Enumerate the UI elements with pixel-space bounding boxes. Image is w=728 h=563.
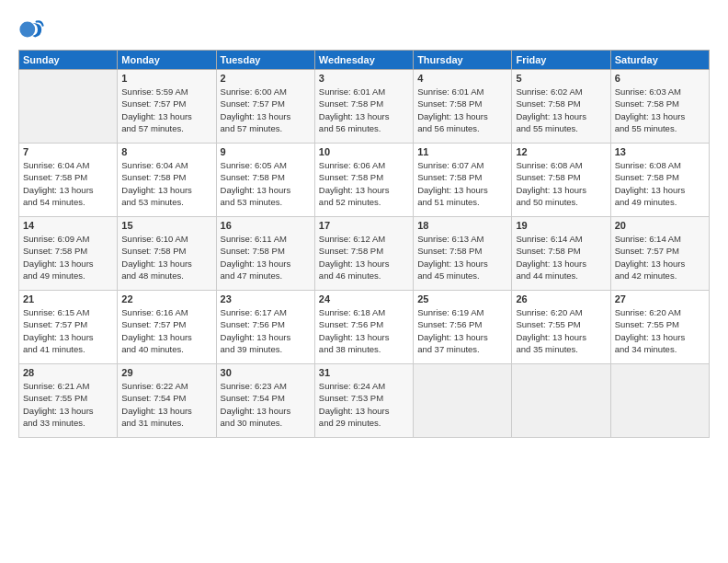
calendar-table: SundayMondayTuesdayWednesdayThursdayFrid… <box>18 50 710 438</box>
day-cell: 26Sunrise: 6:20 AM Sunset: 7:55 PM Dayli… <box>512 291 610 364</box>
day-info: Sunrise: 6:17 AM Sunset: 7:56 PM Dayligh… <box>221 306 311 355</box>
day-cell: 14Sunrise: 6:09 AM Sunset: 7:58 PM Dayli… <box>19 217 118 291</box>
day-info: Sunrise: 6:08 AM Sunset: 7:58 PM Dayligh… <box>615 159 705 208</box>
day-cell: 17Sunrise: 6:12 AM Sunset: 7:58 PM Dayli… <box>314 217 413 291</box>
day-info: Sunrise: 6:04 AM Sunset: 7:58 PM Dayligh… <box>23 159 113 208</box>
day-info: Sunrise: 6:09 AM Sunset: 7:58 PM Dayligh… <box>23 233 113 282</box>
svg-point-0 <box>19 22 35 38</box>
day-cell: 7Sunrise: 6:04 AM Sunset: 7:58 PM Daylig… <box>19 144 118 217</box>
calendar-page: SundayMondayTuesdayWednesdayThursdayFrid… <box>0 0 728 563</box>
week-row-3: 21Sunrise: 6:15 AM Sunset: 7:57 PM Dayli… <box>19 291 710 364</box>
header-cell-friday: Friday <box>512 51 610 70</box>
day-cell: 24Sunrise: 6:18 AM Sunset: 7:56 PM Dayli… <box>314 291 413 364</box>
day-cell: 23Sunrise: 6:17 AM Sunset: 7:56 PM Dayli… <box>216 291 314 364</box>
day-cell: 5Sunrise: 6:02 AM Sunset: 7:58 PM Daylig… <box>512 70 610 144</box>
day-number: 15 <box>121 220 211 231</box>
day-number: 2 <box>221 73 311 84</box>
day-info: Sunrise: 6:05 AM Sunset: 7:58 PM Dayligh… <box>221 159 311 208</box>
day-cell: 28Sunrise: 6:21 AM Sunset: 7:55 PM Dayli… <box>19 364 118 438</box>
day-number: 3 <box>319 73 409 84</box>
day-cell: 2Sunrise: 6:00 AM Sunset: 7:57 PM Daylig… <box>216 70 314 144</box>
day-number: 27 <box>615 293 705 304</box>
day-number: 5 <box>516 73 606 84</box>
day-info: Sunrise: 6:01 AM Sunset: 7:58 PM Dayligh… <box>319 86 409 134</box>
day-number: 30 <box>221 367 311 378</box>
day-cell <box>512 364 610 438</box>
day-number: 16 <box>221 220 311 231</box>
week-row-4: 28Sunrise: 6:21 AM Sunset: 7:55 PM Dayli… <box>19 364 710 438</box>
day-number: 11 <box>417 146 507 157</box>
day-info: Sunrise: 6:07 AM Sunset: 7:58 PM Dayligh… <box>417 159 507 208</box>
day-number: 14 <box>23 220 113 231</box>
day-number: 17 <box>319 220 409 231</box>
day-number: 9 <box>221 146 311 157</box>
day-number: 23 <box>221 293 311 304</box>
day-number: 26 <box>516 293 606 304</box>
day-number: 13 <box>615 146 705 157</box>
header <box>18 17 710 42</box>
day-info: Sunrise: 6:03 AM Sunset: 7:58 PM Dayligh… <box>615 86 705 134</box>
day-cell: 18Sunrise: 6:13 AM Sunset: 7:58 PM Dayli… <box>414 217 512 291</box>
day-cell: 15Sunrise: 6:10 AM Sunset: 7:58 PM Dayli… <box>118 217 216 291</box>
day-info: Sunrise: 6:15 AM Sunset: 7:57 PM Dayligh… <box>23 306 113 355</box>
day-cell: 11Sunrise: 6:07 AM Sunset: 7:58 PM Dayli… <box>414 144 512 217</box>
day-cell: 12Sunrise: 6:08 AM Sunset: 7:58 PM Dayli… <box>512 144 610 217</box>
day-number: 4 <box>417 73 507 84</box>
day-cell: 27Sunrise: 6:20 AM Sunset: 7:55 PM Dayli… <box>610 291 709 364</box>
header-cell-wednesday: Wednesday <box>314 51 413 70</box>
day-number: 10 <box>319 146 409 157</box>
day-info: Sunrise: 6:22 AM Sunset: 7:54 PM Dayligh… <box>121 380 211 429</box>
day-cell <box>19 70 118 144</box>
week-row-2: 14Sunrise: 6:09 AM Sunset: 7:58 PM Dayli… <box>19 217 710 291</box>
calendar-body: 1Sunrise: 5:59 AM Sunset: 7:57 PM Daylig… <box>19 70 710 438</box>
day-cell: 29Sunrise: 6:22 AM Sunset: 7:54 PM Dayli… <box>118 364 216 438</box>
day-cell <box>610 364 709 438</box>
header-cell-thursday: Thursday <box>414 51 512 70</box>
day-info: Sunrise: 6:12 AM Sunset: 7:58 PM Dayligh… <box>319 233 409 282</box>
day-number: 21 <box>23 293 113 304</box>
day-number: 29 <box>121 367 211 378</box>
day-cell: 13Sunrise: 6:08 AM Sunset: 7:58 PM Dayli… <box>610 144 709 217</box>
day-cell: 31Sunrise: 6:24 AM Sunset: 7:53 PM Dayli… <box>314 364 413 438</box>
day-cell <box>414 364 512 438</box>
day-cell: 6Sunrise: 6:03 AM Sunset: 7:58 PM Daylig… <box>610 70 709 144</box>
day-info: Sunrise: 6:23 AM Sunset: 7:54 PM Dayligh… <box>221 380 311 429</box>
header-cell-monday: Monday <box>118 51 216 70</box>
day-cell: 19Sunrise: 6:14 AM Sunset: 7:58 PM Dayli… <box>512 217 610 291</box>
day-info: Sunrise: 6:04 AM Sunset: 7:58 PM Dayligh… <box>121 159 211 208</box>
logo-icon <box>18 17 44 42</box>
day-number: 20 <box>615 220 705 231</box>
day-info: Sunrise: 6:20 AM Sunset: 7:55 PM Dayligh… <box>516 306 606 355</box>
day-number: 12 <box>516 146 606 157</box>
day-cell: 4Sunrise: 6:01 AM Sunset: 7:58 PM Daylig… <box>414 70 512 144</box>
day-cell: 9Sunrise: 6:05 AM Sunset: 7:58 PM Daylig… <box>216 144 314 217</box>
day-info: Sunrise: 6:20 AM Sunset: 7:55 PM Dayligh… <box>615 306 705 355</box>
day-cell: 22Sunrise: 6:16 AM Sunset: 7:57 PM Dayli… <box>118 291 216 364</box>
day-info: Sunrise: 6:13 AM Sunset: 7:58 PM Dayligh… <box>417 233 507 282</box>
day-number: 8 <box>121 146 211 157</box>
day-number: 7 <box>23 146 113 157</box>
day-info: Sunrise: 5:59 AM Sunset: 7:57 PM Dayligh… <box>121 86 211 134</box>
day-number: 19 <box>516 220 606 231</box>
day-info: Sunrise: 6:06 AM Sunset: 7:58 PM Dayligh… <box>319 159 409 208</box>
week-row-0: 1Sunrise: 5:59 AM Sunset: 7:57 PM Daylig… <box>19 70 710 144</box>
day-info: Sunrise: 6:19 AM Sunset: 7:56 PM Dayligh… <box>417 306 507 355</box>
day-number: 28 <box>23 367 113 378</box>
day-number: 31 <box>319 367 409 378</box>
day-info: Sunrise: 6:08 AM Sunset: 7:58 PM Dayligh… <box>516 159 606 208</box>
day-info: Sunrise: 6:10 AM Sunset: 7:58 PM Dayligh… <box>121 233 211 282</box>
day-number: 25 <box>417 293 507 304</box>
day-info: Sunrise: 6:24 AM Sunset: 7:53 PM Dayligh… <box>319 380 409 429</box>
day-cell: 20Sunrise: 6:14 AM Sunset: 7:57 PM Dayli… <box>610 217 709 291</box>
day-cell: 10Sunrise: 6:06 AM Sunset: 7:58 PM Dayli… <box>314 144 413 217</box>
week-row-1: 7Sunrise: 6:04 AM Sunset: 7:58 PM Daylig… <box>19 144 710 217</box>
day-cell: 16Sunrise: 6:11 AM Sunset: 7:58 PM Dayli… <box>216 217 314 291</box>
day-info: Sunrise: 6:00 AM Sunset: 7:57 PM Dayligh… <box>221 86 311 134</box>
day-number: 18 <box>417 220 507 231</box>
day-info: Sunrise: 6:16 AM Sunset: 7:57 PM Dayligh… <box>121 306 211 355</box>
header-cell-sunday: Sunday <box>19 51 118 70</box>
day-number: 1 <box>121 73 211 84</box>
day-cell: 25Sunrise: 6:19 AM Sunset: 7:56 PM Dayli… <box>414 291 512 364</box>
day-cell: 3Sunrise: 6:01 AM Sunset: 7:58 PM Daylig… <box>314 70 413 144</box>
calendar-header-row: SundayMondayTuesdayWednesdayThursdayFrid… <box>19 51 710 70</box>
